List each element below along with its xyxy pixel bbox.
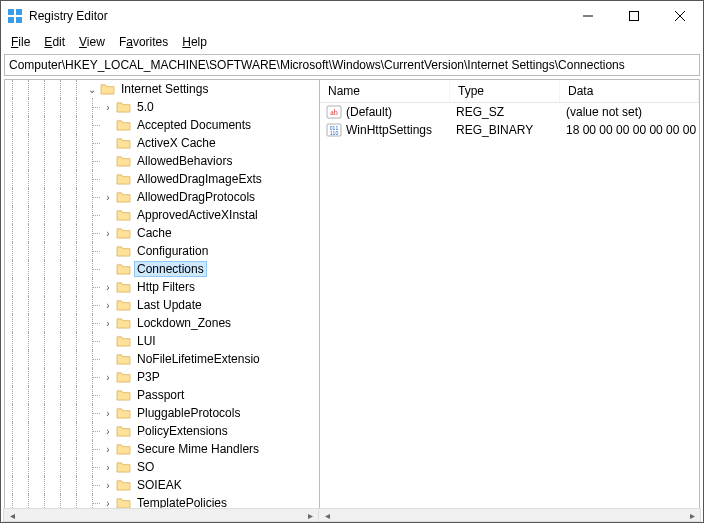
tree-label: SOIEAK bbox=[134, 478, 185, 492]
tree-item[interactable]: Accepted Documents bbox=[5, 116, 319, 134]
tree-item[interactable]: ›SOIEAK bbox=[5, 476, 319, 494]
chevron-right-icon[interactable]: › bbox=[101, 462, 115, 473]
tree-label: ApprovedActiveXInstal bbox=[134, 208, 261, 222]
folder-icon bbox=[115, 423, 131, 439]
tree-item[interactable]: ›Last Update bbox=[5, 296, 319, 314]
tree-label: Internet Settings bbox=[118, 82, 211, 96]
chevron-right-icon[interactable]: › bbox=[101, 426, 115, 437]
tree-item[interactable]: ›5.0 bbox=[5, 98, 319, 116]
chevron-right-icon[interactable]: › bbox=[101, 318, 115, 329]
folder-icon bbox=[115, 315, 131, 331]
menu-view[interactable]: View bbox=[73, 33, 111, 51]
tree-item[interactable]: ›Lockdown_Zones bbox=[5, 314, 319, 332]
tree-item[interactable]: ›AllowedDragProtocols bbox=[5, 188, 319, 206]
chevron-right-icon[interactable]: › bbox=[101, 228, 115, 239]
chevron-right-icon[interactable]: › bbox=[101, 300, 115, 311]
column-header-name[interactable]: Name bbox=[320, 80, 450, 102]
folder-icon bbox=[115, 153, 131, 169]
folder-icon bbox=[115, 117, 131, 133]
scroll-right-icon[interactable]: ▸ bbox=[684, 510, 700, 521]
tree-item[interactable]: Configuration bbox=[5, 242, 319, 260]
tree-item[interactable]: ApprovedActiveXInstal bbox=[5, 206, 319, 224]
menu-file[interactable]: File bbox=[5, 33, 36, 51]
column-header-data[interactable]: Data bbox=[560, 80, 699, 102]
scroll-left-icon[interactable]: ◂ bbox=[319, 510, 335, 521]
tree-label: AllowedDragProtocols bbox=[134, 190, 258, 204]
minimize-button[interactable] bbox=[565, 1, 611, 31]
menu-help[interactable]: Help bbox=[176, 33, 213, 51]
menu-favorites[interactable]: Favorites bbox=[113, 33, 174, 51]
folder-icon bbox=[115, 207, 131, 223]
chevron-right-icon[interactable]: › bbox=[101, 444, 115, 455]
value-row[interactable]: ab(Default)REG_SZ(value not set) bbox=[320, 103, 699, 121]
chevron-right-icon[interactable]: › bbox=[101, 282, 115, 293]
tree-label: P3P bbox=[134, 370, 163, 384]
folder-icon bbox=[115, 135, 131, 151]
folder-icon bbox=[115, 441, 131, 457]
string-value-icon: ab bbox=[326, 104, 342, 120]
folder-icon bbox=[115, 279, 131, 295]
tree-label: PluggableProtocols bbox=[134, 406, 243, 420]
close-button[interactable] bbox=[657, 1, 703, 31]
menu-edit[interactable]: Edit bbox=[38, 33, 71, 51]
svg-rect-5 bbox=[630, 12, 639, 21]
folder-icon bbox=[115, 477, 131, 493]
svg-rect-3 bbox=[16, 17, 22, 23]
column-header-type[interactable]: Type bbox=[450, 80, 560, 102]
svg-rect-2 bbox=[8, 17, 14, 23]
list-h-scrollbar[interactable]: ◂ ▸ bbox=[319, 508, 701, 522]
folder-icon bbox=[115, 459, 131, 475]
folder-icon bbox=[115, 99, 131, 115]
tree-item[interactable]: ›Cache bbox=[5, 224, 319, 242]
tree-label: AllowedBehaviors bbox=[134, 154, 235, 168]
chevron-down-icon[interactable]: ⌄ bbox=[85, 84, 99, 95]
value-data: (value not set) bbox=[566, 105, 699, 119]
chevron-right-icon[interactable]: › bbox=[101, 480, 115, 491]
tree-item[interactable]: NoFileLifetimeExtensio bbox=[5, 350, 319, 368]
tree-item[interactable]: ›TemplatePolicies bbox=[5, 494, 319, 509]
tree-label: ActiveX Cache bbox=[134, 136, 219, 150]
chevron-right-icon[interactable]: › bbox=[101, 372, 115, 383]
tree-item[interactable]: ›SO bbox=[5, 458, 319, 476]
folder-icon bbox=[115, 387, 131, 403]
values-pane[interactable]: Name Type Data ab(Default)REG_SZ(value n… bbox=[320, 79, 700, 510]
tree-pane[interactable]: ⌄Internet Settings›5.0Accepted Documents… bbox=[4, 79, 320, 510]
window-title: Registry Editor bbox=[29, 9, 565, 23]
scroll-right-icon[interactable]: ▸ bbox=[302, 510, 318, 521]
tree-item[interactable]: ActiveX Cache bbox=[5, 134, 319, 152]
value-row[interactable]: 011110WinHttpSettingsREG_BINARY18 00 00 … bbox=[320, 121, 699, 139]
tree-item[interactable]: AllowedBehaviors bbox=[5, 152, 319, 170]
tree-item-internet-settings[interactable]: ⌄Internet Settings bbox=[5, 80, 319, 98]
folder-icon bbox=[115, 225, 131, 241]
tree-item[interactable]: Connections bbox=[5, 260, 319, 278]
address-bar[interactable]: Computer\HKEY_LOCAL_MACHINE\SOFTWARE\Mic… bbox=[4, 54, 700, 76]
folder-icon bbox=[115, 261, 131, 277]
tree-item[interactable]: Passport bbox=[5, 386, 319, 404]
tree-item[interactable]: LUI bbox=[5, 332, 319, 350]
tree-label: Accepted Documents bbox=[134, 118, 254, 132]
chevron-right-icon[interactable]: › bbox=[101, 192, 115, 203]
value-name: (Default) bbox=[346, 105, 456, 119]
tree-item[interactable]: ›PolicyExtensions bbox=[5, 422, 319, 440]
tree-item[interactable]: AllowedDragImageExts bbox=[5, 170, 319, 188]
tree-label: NoFileLifetimeExtensio bbox=[134, 352, 263, 366]
tree-label: LUI bbox=[134, 334, 159, 348]
folder-icon bbox=[99, 81, 115, 97]
tree-h-scrollbar[interactable]: ◂ ▸ bbox=[3, 508, 319, 522]
chevron-right-icon[interactable]: › bbox=[101, 102, 115, 113]
tree-label: PolicyExtensions bbox=[134, 424, 231, 438]
folder-icon bbox=[115, 495, 131, 509]
column-headers: Name Type Data bbox=[320, 80, 699, 103]
app-icon bbox=[7, 8, 23, 24]
value-type: REG_BINARY bbox=[456, 123, 566, 137]
tree-label: Last Update bbox=[134, 298, 205, 312]
chevron-right-icon[interactable]: › bbox=[101, 408, 115, 419]
tree-item[interactable]: ›P3P bbox=[5, 368, 319, 386]
binary-value-icon: 011110 bbox=[326, 122, 342, 138]
tree-item[interactable]: ›Secure Mime Handlers bbox=[5, 440, 319, 458]
tree-item[interactable]: ›Http Filters bbox=[5, 278, 319, 296]
maximize-button[interactable] bbox=[611, 1, 657, 31]
scroll-left-icon[interactable]: ◂ bbox=[4, 510, 20, 521]
chevron-right-icon[interactable]: › bbox=[101, 498, 115, 509]
tree-item[interactable]: ›PluggableProtocols bbox=[5, 404, 319, 422]
